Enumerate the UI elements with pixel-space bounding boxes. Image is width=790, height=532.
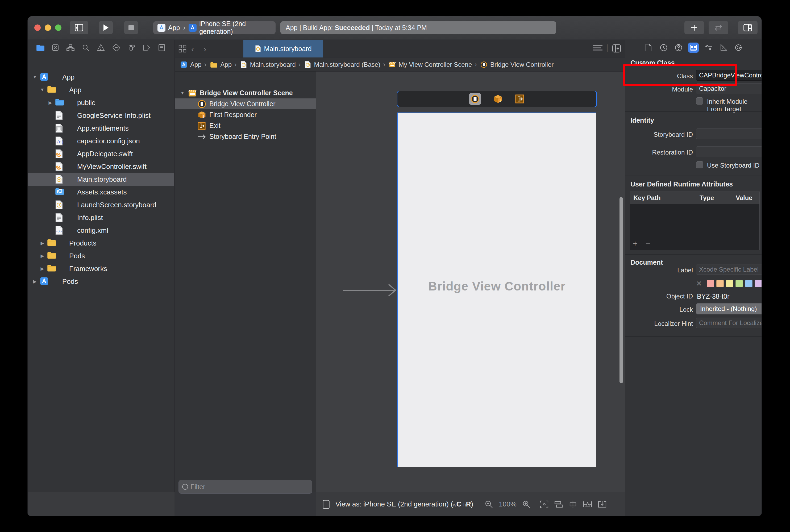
disclosure-right-icon[interactable]: ▶ [32, 279, 38, 284]
storyboard-canvas[interactable]: 1 Bridge View Controller [316, 72, 625, 492]
zoom-out-icon[interactable] [485, 500, 493, 508]
disclosure-right-icon[interactable]: ▶ [39, 253, 45, 259]
reports-icon[interactable] [157, 43, 166, 52]
outline-row-bridge-view-controller-scene[interactable]: ▼Bridge View Controller Scene [175, 88, 316, 98]
color-swatch-5[interactable] [745, 280, 752, 287]
file-row-capacitor-config-json[interactable]: {B}capacitor.config.json [28, 135, 174, 147]
file-inspector-icon[interactable] [643, 42, 654, 53]
breadcrumb-my-view-controller-scene[interactable]: My View Controller Scene [388, 61, 472, 69]
update-frames-icon[interactable] [598, 500, 606, 508]
outline-row-first-responder[interactable]: 1First Responder [175, 109, 316, 120]
view-controller-icon[interactable] [469, 93, 481, 105]
canvas-scrollbar[interactable] [619, 197, 623, 383]
disclosure-down-icon[interactable]: ▼ [179, 91, 186, 96]
symbols-icon[interactable] [66, 43, 75, 52]
file-row-assets-xcassets[interactable]: Assets.xcassets [28, 186, 174, 198]
inherit-module-checkbox[interactable] [696, 97, 703, 104]
embed-icon[interactable] [554, 500, 563, 508]
project-navigator-icon[interactable] [36, 43, 45, 52]
zoom-in-icon[interactable] [522, 500, 531, 508]
scheme-selector[interactable]: App › iPhone SE (2nd generation) [153, 21, 275, 34]
adjust-frames-icon[interactable] [540, 500, 548, 508]
run-button[interactable] [99, 21, 113, 34]
file-row-info-plist[interactable]: Info.plist [28, 211, 174, 224]
library-button[interactable] [685, 21, 704, 34]
source-control-icon[interactable] [51, 43, 60, 52]
debug-icon[interactable] [127, 43, 136, 52]
quick-help-icon[interactable] [673, 42, 684, 53]
outline-filter-field[interactable] [178, 480, 312, 494]
file-row-googleservice-info-plist[interactable]: GoogleService-Info.plist [28, 109, 174, 122]
view-as-label[interactable]: View as: iPhone SE (2nd generation) (wC … [335, 500, 473, 508]
device-orientation-icon[interactable] [323, 500, 330, 509]
file-row-frameworks[interactable]: ▶Frameworks [28, 262, 174, 275]
file-row-config-xml[interactable]: </>config.xml [28, 224, 174, 237]
class-field[interactable]: CAPBridgeViewControl… [696, 70, 762, 81]
identity-inspector-icon[interactable] [688, 42, 699, 53]
outline-row-exit[interactable]: Exit [175, 120, 316, 131]
localizer-hint-field[interactable] [696, 318, 762, 328]
file-row-products[interactable]: ▶Products [28, 237, 174, 249]
disclosure-right-icon[interactable]: ▶ [47, 100, 53, 106]
file-row-app-entitlements[interactable]: App.entitlements [28, 122, 174, 135]
file-row-app[interactable]: ▼App [28, 71, 174, 83]
outline-row-storyboard-entry-point[interactable]: Storyboard Entry Point [175, 131, 316, 142]
use-storyboard-id-checkbox[interactable] [696, 161, 703, 168]
remove-attribute-button[interactable]: − [646, 239, 650, 248]
zoom-level[interactable]: 100% [499, 500, 517, 508]
first-responder-icon[interactable]: 1 [493, 94, 503, 104]
breadcrumb-bridge-view-controller[interactable]: Bridge View Controller [480, 60, 554, 69]
outline-row-bridge-view-controller[interactable]: Bridge View Controller [175, 98, 316, 109]
resolve-autolayout-icon[interactable] [583, 500, 592, 508]
breadcrumb-app[interactable]: App [209, 61, 232, 68]
close-window-button[interactable] [34, 24, 41, 31]
color-swatch-1[interactable] [707, 280, 714, 287]
editor-options-icon[interactable] [593, 45, 602, 52]
stop-button[interactable] [124, 21, 138, 34]
find-icon[interactable] [81, 43, 90, 52]
file-row-appdelegate-swift[interactable]: AppDelegate.swift [28, 147, 174, 160]
disclosure-down-icon[interactable]: ▼ [39, 87, 45, 93]
toggle-navigator-button[interactable] [70, 21, 88, 34]
breadcrumb-main-storyboard-base-[interactable]: Main.storyboard (Base) [304, 60, 380, 69]
view-controller-view[interactable]: Bridge View Controller [398, 113, 596, 467]
issues-icon[interactable] [96, 43, 105, 52]
file-row-pods[interactable]: ▶Pods [28, 249, 174, 262]
tests-icon[interactable] [112, 43, 121, 52]
forward-button[interactable]: › [204, 44, 207, 54]
disclosure-right-icon[interactable]: ▶ [39, 266, 45, 271]
document-label-field[interactable] [696, 264, 762, 275]
storyboard-id-input[interactable] [696, 129, 762, 139]
attributes-inspector-icon[interactable] [703, 42, 714, 53]
history-inspector-icon[interactable] [658, 42, 669, 53]
toggle-inspector-button[interactable] [738, 21, 757, 34]
color-swatch-6[interactable] [755, 280, 762, 287]
breadcrumb-app[interactable]: App [179, 60, 201, 69]
column-type[interactable]: Type [697, 194, 733, 202]
back-button[interactable]: ‹ [191, 44, 194, 54]
disclosure-down-icon[interactable]: ▼ [32, 75, 38, 80]
color-swatch-3[interactable] [726, 280, 733, 287]
color-swatch-2[interactable] [716, 280, 724, 287]
column-key-path[interactable]: Key Path [630, 194, 697, 202]
breakpoints-icon[interactable] [142, 43, 151, 52]
runtime-attributes-table[interactable]: Key Path Type Value + − [630, 191, 760, 250]
add-editor-icon[interactable] [612, 44, 621, 53]
file-row-public[interactable]: ▶public [28, 96, 174, 109]
related-items-icon[interactable] [178, 45, 187, 53]
column-value[interactable]: Value [733, 194, 759, 202]
align-icon[interactable] [569, 500, 577, 508]
connections-inspector-icon[interactable] [733, 42, 744, 53]
disclosure-right-icon[interactable]: ▶ [39, 241, 45, 246]
module-field[interactable]: Capacitor [696, 83, 762, 94]
file-row-pods[interactable]: ▶Pods [28, 275, 174, 288]
exit-icon[interactable] [515, 94, 525, 104]
file-row-launchscreen-storyboard[interactable]: LaunchScreen.storyboard [28, 198, 174, 211]
file-row-main-storyboard[interactable]: Main.storyboard [28, 173, 174, 186]
localizer-hint-input[interactable] [696, 318, 762, 328]
tab-main-storyboard[interactable]: Main.storyboard [244, 40, 323, 57]
file-row-app[interactable]: ▼App [28, 83, 174, 96]
lock-popup[interactable]: Inherited - (Nothing) [696, 303, 762, 315]
restoration-id-field[interactable] [696, 146, 762, 157]
restoration-id-input[interactable] [696, 147, 762, 157]
